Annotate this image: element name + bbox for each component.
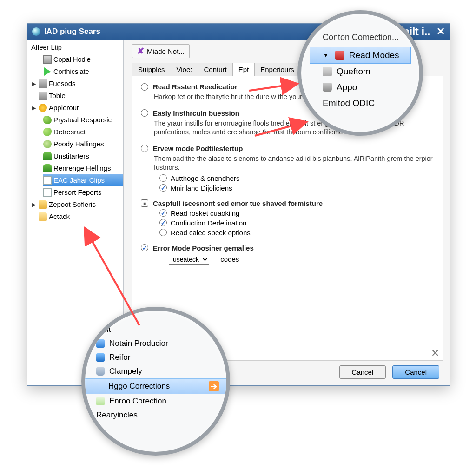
tree-item-eac-selected[interactable]: EAC Jahar Clips xyxy=(43,174,123,186)
bubble-top-item-queftom[interactable]: Queftom xyxy=(310,64,411,79)
expand-icon: ▶ xyxy=(31,78,37,90)
bin-icon xyxy=(96,367,105,376)
expand-icon: ▶ xyxy=(31,198,37,211)
module-red-icon xyxy=(335,51,344,60)
expand-icon: ▶ xyxy=(31,102,37,114)
bud-icon xyxy=(43,140,52,148)
bubble-top-item-emitod[interactable]: Emitod ODIC xyxy=(310,95,411,111)
tree-icon xyxy=(43,164,52,172)
leaf-icon xyxy=(43,116,52,124)
blist-item-notain[interactable]: Notain Producior xyxy=(85,337,226,350)
tree-node-fuesods[interactable]: ▶ Fuesods xyxy=(31,78,123,90)
opt5-select[interactable]: useateck xyxy=(169,254,209,265)
printer-icon xyxy=(323,67,332,76)
sun-icon xyxy=(39,104,47,112)
tree-item-renrenge[interactable]: Renrenge Hellings xyxy=(43,162,123,174)
opt2-title: Easly Insthrculn buession xyxy=(153,109,239,117)
opt3-desc: Themload the the alase to slenoms to and… xyxy=(154,154,434,172)
disk-icon xyxy=(43,55,52,64)
opt3-title: Ervew mode Podtilestertup xyxy=(153,145,243,152)
tree-item-prystual[interactable]: Prystual Resporsic xyxy=(43,114,123,126)
blist-item-reifor[interactable]: Reifor xyxy=(85,350,226,364)
folder-icon xyxy=(39,200,47,209)
tree-item-detresract[interactable]: Detresract xyxy=(43,126,123,138)
opt5-radio[interactable] xyxy=(141,244,148,251)
tree-icon xyxy=(43,152,52,160)
tree-node-applerour[interactable]: ▶ Applerour xyxy=(31,102,123,114)
opt2-radio[interactable] xyxy=(141,109,148,117)
tab-vioe[interactable]: Vioe: xyxy=(171,63,198,76)
opt1-title: Read Rsstent Reedicatior xyxy=(153,83,238,91)
blist-item-rearyincles[interactable]: Rearyincles xyxy=(85,408,226,422)
bubble-top-item-readmodes[interactable]: ▼ Read Modes xyxy=(310,47,411,64)
callout-bubble-bottom: ttibit Notain Producior Reifor Clampely … xyxy=(81,307,230,456)
tree-item-persort[interactable]: Persort Feports xyxy=(43,186,123,198)
opt4-sub2-radio[interactable] xyxy=(159,219,167,226)
callout-bubble-top: Conton Comection... ▼ Read Modes Queftom… xyxy=(298,10,423,136)
tree-item-copal[interactable]: Copal Hodie xyxy=(43,53,123,66)
module-blue-icon xyxy=(96,339,105,348)
tab-suipples[interactable]: Suipples xyxy=(132,63,171,76)
bubble-top-item-appo[interactable]: Appo xyxy=(310,79,411,95)
leaf-icon xyxy=(43,128,52,136)
window-title: IAD piug Sears xyxy=(44,27,100,36)
opt3-radio[interactable] xyxy=(141,145,148,152)
tree-item-corth[interactable]: Corthicsiate xyxy=(43,66,123,78)
tree-item-poody[interactable]: Poody Hallinges xyxy=(43,138,123,150)
opt4-sub3-radio[interactable] xyxy=(159,229,167,236)
blist-item-enroo[interactable]: Enroo Corection xyxy=(85,394,226,408)
x-purple-icon: ✘ xyxy=(137,46,144,56)
tab-enper[interactable]: Enperiours xyxy=(254,63,300,76)
drive-icon xyxy=(39,92,47,100)
cancel-button[interactable]: Cancel xyxy=(339,365,386,379)
bubble-top-header: Conton Comection... xyxy=(323,33,411,42)
tree-root-label: Affeer Ltip xyxy=(31,41,62,53)
opt1-radio[interactable] xyxy=(141,83,148,91)
windows-icon xyxy=(96,353,105,362)
tab-ept[interactable]: Ept xyxy=(232,63,255,76)
drive-icon xyxy=(39,79,47,88)
page-icon xyxy=(43,176,52,185)
folder-icon xyxy=(39,212,47,221)
tree-item-unstit[interactable]: Unstitarters xyxy=(43,150,123,162)
register-icon xyxy=(323,83,332,92)
opt3-sub2-radio[interactable] xyxy=(159,184,167,192)
arrow-right-icon: ➔ xyxy=(209,381,219,391)
opt4-sub1-radio[interactable] xyxy=(159,209,167,217)
opt5-title: Error Mode Poosiner gemalies xyxy=(153,244,254,252)
opt3-sub1-radio[interactable] xyxy=(159,174,167,182)
tree-node-actack[interactable]: Actack xyxy=(31,211,123,223)
app-icon xyxy=(32,27,40,36)
chevron-down-icon: ▼ xyxy=(323,52,329,59)
mail-icon xyxy=(96,397,105,405)
made-not-button[interactable]: ✘ Miade Not... xyxy=(132,44,190,58)
blist-item-clampely[interactable]: Clampely xyxy=(85,364,226,378)
opt4-title: Caspfull iscesnont sed emor tue shaved f… xyxy=(153,199,323,207)
tab-conturt[interactable]: Conturt xyxy=(198,63,232,76)
window-close-button[interactable]: ✕ xyxy=(436,26,445,38)
pane-close-icon[interactable]: ✕ xyxy=(431,347,439,359)
opt4-check[interactable] xyxy=(141,199,148,207)
blist-item-selected[interactable]: Hggo Corrections ➔ xyxy=(85,378,226,394)
arrow-green-icon xyxy=(43,67,52,76)
tree-root[interactable]: Affeer Ltip xyxy=(31,41,123,53)
tree-node-zepoot[interactable]: ▶ Zepoot Sofleris xyxy=(31,198,123,211)
ok-button[interactable]: Cancel xyxy=(392,365,439,379)
page-icon xyxy=(43,188,52,197)
tree-node-toble[interactable]: Toble xyxy=(31,90,123,102)
